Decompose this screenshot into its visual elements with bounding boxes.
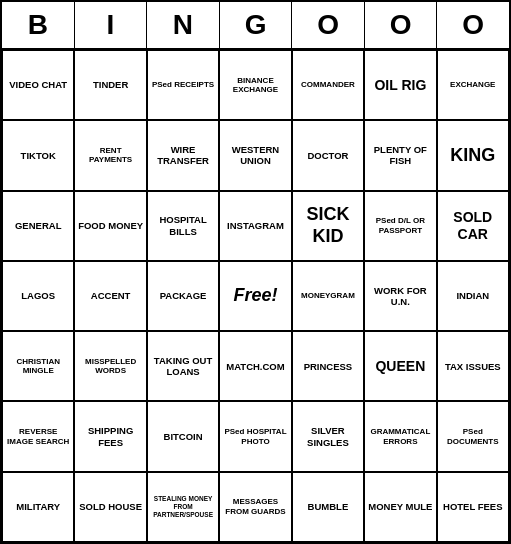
cell-6-0: MILITARY: [2, 472, 74, 542]
cell-6-4: BUMBLE: [292, 472, 364, 542]
cell-6-6: HOTEL FEES: [437, 472, 509, 542]
cell-4-4: PRINCESS: [292, 331, 364, 401]
cell-5-0: REVERSE IMAGE SEARCH: [2, 401, 74, 471]
cell-2-3: INSTAGRAM: [219, 191, 291, 261]
header-letter-n: N: [147, 2, 220, 48]
cell-4-0: CHRISTIAN MINGLE: [2, 331, 74, 401]
cell-4-5: QUEEN: [364, 331, 436, 401]
cell-0-4: COMMANDER: [292, 50, 364, 120]
bingo-card: BINGOOO VIDEO CHATTINDERPSed RECEIPTSBIN…: [0, 0, 511, 544]
cell-2-4: SICK KID: [292, 191, 364, 261]
cell-1-6: KING: [437, 120, 509, 190]
cell-1-1: RENT PAYMENTS: [74, 120, 146, 190]
cell-0-1: TINDER: [74, 50, 146, 120]
header-letter-o: O: [437, 2, 509, 48]
cell-4-6: TAX ISSUES: [437, 331, 509, 401]
cell-4-2: TAKING OUT LOANS: [147, 331, 219, 401]
cell-1-2: WIRE TRANSFER: [147, 120, 219, 190]
cell-6-3: MESSAGES FROM GUARDS: [219, 472, 291, 542]
cell-3-6: INDIAN: [437, 261, 509, 331]
cell-1-3: WESTERN UNION: [219, 120, 291, 190]
cell-5-1: SHIPPING FEES: [74, 401, 146, 471]
cell-2-1: FOOD MONEY: [74, 191, 146, 261]
cell-4-1: MISSPELLED WORDS: [74, 331, 146, 401]
cell-5-3: PSed HOSPITAL PHOTO: [219, 401, 291, 471]
header-letter-o: O: [365, 2, 438, 48]
cell-0-3: BINANCE EXCHANGE: [219, 50, 291, 120]
header-letter-i: I: [75, 2, 148, 48]
cell-3-3: Free!: [219, 261, 291, 331]
cell-2-5: PSed D/L OR PASSPORT: [364, 191, 436, 261]
cell-6-1: SOLD HOUSE: [74, 472, 146, 542]
cell-3-1: ACCENT: [74, 261, 146, 331]
header-letter-o: O: [292, 2, 365, 48]
bingo-grid: VIDEO CHATTINDERPSed RECEIPTSBINANCE EXC…: [2, 50, 509, 542]
cell-5-4: SILVER SINGLES: [292, 401, 364, 471]
cell-6-2: STEALING MONEY FROM PARTNER/SPOUSE: [147, 472, 219, 542]
cell-3-4: MONEYGRAM: [292, 261, 364, 331]
cell-1-5: PLENTY OF FISH: [364, 120, 436, 190]
cell-1-0: TIKTOK: [2, 120, 74, 190]
cell-0-6: EXCHANGE: [437, 50, 509, 120]
cell-2-6: SOLD CAR: [437, 191, 509, 261]
cell-5-2: BITCOIN: [147, 401, 219, 471]
cell-5-6: PSed DOCUMENTS: [437, 401, 509, 471]
cell-0-0: VIDEO CHAT: [2, 50, 74, 120]
cell-3-2: PACKAGE: [147, 261, 219, 331]
cell-2-0: GENERAL: [2, 191, 74, 261]
cell-2-2: HOSPITAL BILLS: [147, 191, 219, 261]
cell-6-5: MONEY MULE: [364, 472, 436, 542]
cell-5-5: GRAMMATICAL ERRORS: [364, 401, 436, 471]
cell-3-0: LAGOS: [2, 261, 74, 331]
cell-0-5: OIL RIG: [364, 50, 436, 120]
cell-3-5: WORK FOR U.N.: [364, 261, 436, 331]
cell-0-2: PSed RECEIPTS: [147, 50, 219, 120]
cell-1-4: DOCTOR: [292, 120, 364, 190]
header-letter-g: G: [220, 2, 293, 48]
header-letter-b: B: [2, 2, 75, 48]
bingo-header: BINGOOO: [2, 2, 509, 50]
cell-4-3: MATCH.COM: [219, 331, 291, 401]
